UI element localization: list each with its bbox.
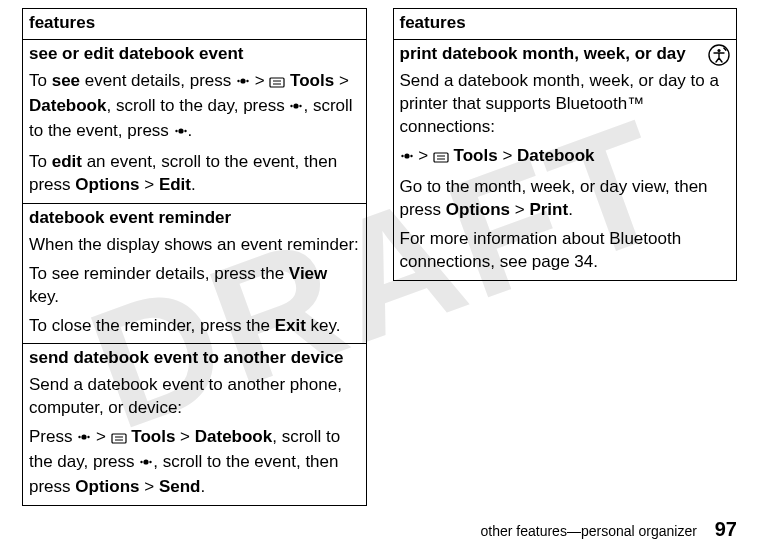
datebook-label: Datebook	[29, 96, 106, 115]
svg-point-11	[184, 130, 186, 132]
row2-p1: Send a datebook event to another phone, …	[29, 374, 360, 420]
t: key.	[306, 316, 341, 335]
rr-p2: > Tools > Datebook	[400, 145, 731, 170]
options-label: Options	[75, 175, 139, 194]
svg-point-10	[175, 130, 177, 132]
center-key-icon	[236, 72, 250, 95]
features-table-left: features see or edit datebook event To s…	[22, 8, 367, 506]
edit-label: Edit	[159, 175, 191, 194]
center-key-icon	[77, 428, 91, 451]
svg-point-8	[300, 105, 302, 107]
row-send: send datebook event to another device Se…	[23, 344, 367, 506]
svg-point-23	[404, 153, 409, 158]
options-label: Options	[75, 477, 139, 496]
svg-rect-26	[434, 153, 448, 162]
t: >	[140, 175, 159, 194]
tools-icon	[269, 72, 285, 95]
tools-icon	[433, 147, 449, 170]
options-label: Options	[446, 200, 510, 219]
t: .	[188, 121, 193, 140]
t: >	[510, 200, 529, 219]
t: >	[250, 71, 269, 90]
right-column: features print datebook month, week, or …	[393, 8, 738, 506]
svg-point-1	[237, 80, 239, 82]
row0-p2: To edit an event, scroll to the event, t…	[29, 151, 360, 197]
send-label: Send	[159, 477, 201, 496]
t: >	[498, 146, 517, 165]
svg-rect-3	[270, 78, 284, 87]
t: >	[91, 427, 110, 446]
t: , scroll to the day, press	[106, 96, 289, 115]
svg-point-22	[717, 49, 720, 52]
t: .	[568, 200, 573, 219]
t: event details, press	[80, 71, 236, 90]
center-key-icon	[174, 122, 188, 145]
svg-point-19	[141, 461, 143, 463]
page-number: 97	[715, 518, 737, 540]
svg-point-14	[87, 436, 89, 438]
tools-icon	[111, 428, 127, 451]
t: Press	[29, 427, 77, 446]
row-title: see or edit datebook event	[29, 44, 360, 64]
svg-point-7	[291, 105, 293, 107]
row1-p3: To close the reminder, press the Exit ke…	[29, 315, 360, 338]
t: To	[29, 152, 52, 171]
svg-point-25	[410, 155, 412, 157]
rr-p4: For more information about Bluetooth con…	[400, 228, 731, 274]
accessibility-icon	[708, 44, 730, 66]
row-see-edit: see or edit datebook event To see event …	[23, 40, 367, 204]
svg-point-2	[246, 80, 248, 82]
row1-p1: When the display shows an event reminder…	[29, 234, 360, 257]
svg-point-12	[82, 435, 87, 440]
center-key-icon	[400, 147, 414, 170]
view-label: View	[289, 264, 327, 283]
svg-point-0	[240, 78, 245, 83]
tools-label: Tools	[131, 427, 175, 446]
row2-p2: Press > Tools > Datebook, scroll to the …	[29, 426, 360, 499]
t: .	[191, 175, 196, 194]
footer-text: other features—personal organizer	[481, 523, 697, 539]
row-title: send datebook event to another device	[29, 348, 360, 368]
row0-p1: To see event details, press > Tools > Da…	[29, 70, 360, 145]
center-key-icon	[289, 97, 303, 120]
t: >	[414, 146, 433, 165]
print-label: Print	[529, 200, 568, 219]
right-header: features	[393, 9, 737, 40]
row-title: datebook event reminder	[29, 208, 360, 228]
center-key-icon	[139, 453, 153, 476]
svg-point-13	[78, 436, 80, 438]
tools-label: Tools	[454, 146, 498, 165]
row-title: print datebook month, week, or day	[400, 44, 731, 64]
t: >	[140, 477, 159, 496]
exit-label: Exit	[275, 316, 306, 335]
tools-label: Tools	[290, 71, 334, 90]
t: key.	[29, 287, 59, 306]
row-print: print datebook month, week, or day Send …	[393, 40, 737, 281]
t: >	[334, 71, 349, 90]
t: To	[29, 71, 52, 90]
rr-p3: Go to the month, week, or day view, then…	[400, 176, 731, 222]
t: .	[200, 477, 205, 496]
edit-bold: edit	[52, 152, 82, 171]
datebook-label: Datebook	[195, 427, 272, 446]
svg-point-18	[144, 460, 149, 465]
svg-rect-15	[112, 434, 126, 443]
left-header: features	[23, 9, 367, 40]
row-reminder: datebook event reminder When the display…	[23, 203, 367, 344]
svg-point-9	[178, 128, 183, 133]
features-table-right: features print datebook month, week, or …	[393, 8, 738, 281]
left-column: features see or edit datebook event To s…	[22, 8, 367, 506]
svg-point-24	[401, 155, 403, 157]
t: To see reminder details, press the	[29, 264, 289, 283]
page-footer: other features—personal organizer 97	[481, 518, 737, 541]
row1-p2: To see reminder details, press the View …	[29, 263, 360, 309]
t: >	[175, 427, 194, 446]
datebook-label: Datebook	[517, 146, 594, 165]
rr-p1: Send a datebook month, week, or day to a…	[400, 70, 731, 139]
see-bold: see	[52, 71, 80, 90]
svg-point-6	[294, 103, 299, 108]
svg-point-20	[150, 461, 152, 463]
t: To close the reminder, press the	[29, 316, 275, 335]
